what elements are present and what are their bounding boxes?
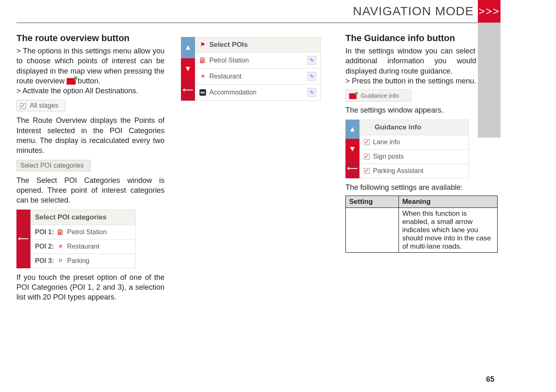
page-number: 65 [486,375,494,384]
guidance-info-item[interactable]: Guidance info [345,89,412,102]
checkbox-checked-icon [20,103,26,109]
paragraph: The following settings are available: [345,182,498,192]
select-poi-categories-item[interactable]: Select POI categories [16,160,91,171]
back-arrow-button[interactable]: ⟵ [181,79,195,101]
route-overview-heading: The route overview button [16,33,164,44]
paragraph: > The options in this settings menu allo… [16,46,164,86]
restaurant-icon: ✕ [57,243,64,250]
poi-petrol-row[interactable]: ⛽ Petrol Station ✎ [195,53,321,69]
poi3-row[interactable]: POI 3:PParking [30,254,136,268]
table-cell-meaning: When this function is enabled, a small a… [399,208,498,252]
paragraph: If you touch the preset option of one of… [16,272,164,302]
header-title: NAVIGATION MODE [353,4,474,18]
guidance-info-icon [364,125,371,130]
petrol-icon: ⛽ [57,229,64,235]
guidance-info-panel: ▲ ▼ ⟵ Guidance info Lane info Si [345,120,469,178]
edit-icon[interactable]: ✎ [307,88,316,97]
sign-posts-row[interactable]: Sign posts [359,150,469,164]
select-pois-panel: ▲ ▼ ⟵ ⚑ Select POIs ⛽ Petrol Station ✎ [181,37,321,101]
pois-icon: ⚑ [199,42,206,48]
down-arrow-button[interactable]: ▼ [345,139,359,159]
guidance-info-icon [349,93,357,99]
option-label: All stages [30,102,58,109]
back-arrow-button[interactable]: ⟵ [345,159,359,178]
table-cell-setting [346,208,399,252]
item-label: Guidance info [361,92,399,99]
header-divider [16,23,478,23]
paragraph: > Activate the option All Destinations. [16,86,164,96]
parking-assistant-row[interactable]: Parking Assistant [359,164,469,178]
down-arrow-button[interactable]: ▼ [181,58,195,80]
paragraph: > Press the button in the settings menu. [345,76,498,86]
edit-icon[interactable]: ✎ [307,56,316,65]
table-header-setting: Setting [346,196,399,208]
checkbox-checked-icon [364,154,370,159]
parking-icon: P [57,258,64,264]
accommodation-icon: 🛏 [199,89,206,96]
settings-table: Setting Meaning When this function is en… [345,196,498,253]
checkbox-checked-icon [364,139,370,145]
poi-accommodation-row[interactable]: 🛏 Accommodation ✎ [195,85,321,101]
route-overview-icon [67,78,76,85]
panel-title: Select POI categories [30,210,136,225]
poi-categories-panel: ⟵ Select POI categories POI 1:⛽Petrol St… [16,210,136,268]
guidance-info-heading: The Guidance info button [345,33,498,44]
poi2-row[interactable]: POI 2:✕Restaurant [30,240,136,254]
all-stages-option[interactable]: All stages [16,100,65,111]
petrol-icon: ⛽ [199,57,206,64]
panel-title: ⚑ Select POIs [195,37,321,53]
restaurant-icon: ✕ [199,73,206,80]
chevron-indicator: >>> [478,0,500,23]
paragraph: The Select POI Categories window is open… [16,175,164,205]
poi1-row[interactable]: POI 1:⛽Petrol Station [30,225,136,240]
lane-info-row[interactable]: Lane info [359,135,469,150]
up-arrow-button[interactable]: ▲ [345,120,359,139]
checkbox-checked-icon [364,168,370,174]
item-label: Select POI categories [20,162,84,169]
table-header-meaning: Meaning [399,196,498,208]
paragraph: In the settings window you can select wh… [345,46,498,76]
paragraph: The Route Overview displays the Points o… [16,115,164,155]
up-arrow-button[interactable]: ▲ [181,37,195,58]
poi-restaurant-row[interactable]: ✕ Restaurant ✎ [195,69,321,85]
edit-icon[interactable]: ✎ [307,72,316,81]
paragraph: The settings window appears. [345,105,498,115]
back-arrow-button[interactable]: ⟵ [16,210,30,268]
panel-title: Guidance info [359,120,469,135]
side-tab [478,23,500,138]
